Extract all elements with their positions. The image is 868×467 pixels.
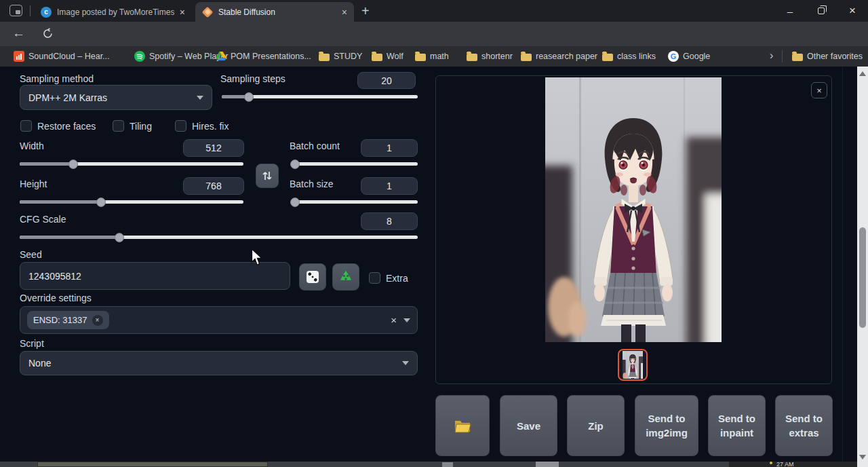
close-window-button[interactable]: ×	[837, 0, 868, 22]
swap-arrows-icon	[262, 170, 272, 181]
batch-size-label: Batch size	[290, 179, 334, 189]
back-button[interactable]: ←	[12, 26, 25, 41]
sampling-method-dropdown[interactable]: DPM++ 2M Karras	[20, 85, 212, 110]
bookmark-pom-presentations[interactable]: POM Presentations...	[216, 46, 311, 67]
batch-count-slider[interactable]	[291, 162, 418, 166]
bookmark-folder-wolf[interactable]: Wolf	[372, 46, 403, 67]
slider-handle[interactable]	[290, 198, 300, 207]
folder-icon	[602, 54, 613, 61]
bookmark-folder-study[interactable]: STUDY	[319, 46, 362, 67]
minimize-button[interactable]: –	[774, 0, 806, 22]
zip-button[interactable]: Zip	[567, 395, 625, 456]
folder-icon	[467, 54, 477, 61]
height-slider[interactable]	[20, 200, 243, 204]
tab1-favicon: c	[41, 7, 52, 18]
bookmark-folder-math[interactable]: math	[415, 46, 449, 67]
height-input[interactable]: 768	[183, 177, 244, 195]
override-chip[interactable]: ENSD: 31337×	[27, 311, 109, 329]
reuse-seed-button[interactable]	[332, 263, 359, 291]
dice-icon	[307, 271, 319, 283]
chevron-down-icon[interactable]	[403, 318, 410, 322]
spotify-icon	[134, 51, 145, 62]
tab-stable-diffusion[interactable]: Stable Diffusion ×	[195, 2, 354, 22]
bookmarks-bar: SoundCloud – Hear... Spotify – Web Playe…	[0, 46, 868, 67]
bookmark-folder-shortenr[interactable]: shortenr	[467, 46, 513, 67]
slider-handle[interactable]	[290, 160, 300, 169]
send-to-img2img-button[interactable]: Send to img2img	[635, 395, 698, 456]
slider-handle[interactable]	[96, 198, 106, 207]
bookmark-folder-class-links[interactable]: class links	[602, 46, 656, 67]
scroll-up-icon[interactable]	[859, 71, 866, 76]
batch-count-label: Batch count	[290, 141, 340, 151]
google-drive-icon	[216, 51, 226, 62]
scroll-down-icon[interactable]	[859, 455, 866, 460]
taskbar-clock: 27 AM	[776, 462, 794, 467]
tab2-close-icon[interactable]: ×	[342, 7, 347, 17]
tab2-title: Stable Diffusion	[218, 7, 336, 17]
batch-size-input[interactable]: 1	[361, 177, 418, 195]
seed-label: Seed	[20, 249, 42, 260]
refresh-button[interactable]	[42, 28, 54, 42]
batch-size-slider[interactable]	[291, 200, 418, 204]
override-settings-box[interactable]: ENSD: 31337× ×	[20, 306, 418, 334]
close-gallery-button[interactable]: ×	[811, 82, 827, 98]
bookmark-spotify[interactable]: Spotify – Web Player	[134, 46, 229, 67]
width-slider[interactable]	[20, 162, 243, 166]
clear-all-icon[interactable]: ×	[391, 314, 397, 326]
scrollbar-thumb[interactable]	[859, 227, 866, 328]
send-to-extras-button[interactable]: Send to extras	[775, 395, 833, 456]
slider-handle[interactable]	[244, 92, 254, 102]
sampling-steps-input[interactable]: 20	[357, 72, 416, 89]
gallery-thumbnail[interactable]	[618, 349, 648, 381]
app-window: c Image posted by TwoMoreTimes × Stable …	[0, 0, 868, 467]
taskbar-sliver: 27 AM	[0, 462, 857, 467]
sampling-method-label: Sampling method	[20, 73, 94, 84]
bookmark-folder-reasearch-paper[interactable]: reasearch paper	[521, 46, 597, 67]
batch-count-input[interactable]: 1	[361, 139, 418, 157]
taskbar-search-box[interactable]	[37, 462, 268, 467]
width-label: Width	[20, 141, 44, 151]
save-button[interactable]: Save	[500, 395, 557, 456]
tab-image-posted[interactable]: c Image posted by TwoMoreTimes ×	[34, 2, 192, 22]
chevron-down-icon	[197, 96, 203, 100]
tiling-checkbox[interactable]: Tiling	[113, 120, 152, 132]
restore-button[interactable]	[806, 0, 837, 22]
width-input[interactable]: 512	[183, 139, 244, 157]
soundcloud-icon	[14, 51, 24, 62]
cfg-scale-slider[interactable]	[20, 236, 418, 239]
script-dropdown[interactable]: None	[20, 351, 418, 375]
other-favorites[interactable]: Other favorites	[792, 46, 863, 67]
tab1-close-icon[interactable]: ×	[180, 7, 185, 17]
extra-checkbox[interactable]: Extra	[369, 272, 408, 284]
bookmark-soundcloud[interactable]: SoundCloud – Hear...	[14, 46, 110, 67]
bookmarks-overflow-chevron[interactable]: ›	[770, 50, 773, 62]
slider-handle[interactable]	[115, 233, 124, 242]
folder-icon	[415, 54, 426, 61]
hires-fix-checkbox[interactable]: Hires. fix	[175, 120, 229, 132]
tray-notification-icon	[770, 462, 772, 464]
page-scrollbar[interactable]	[857, 67, 868, 467]
taskbar-app-icon[interactable]	[442, 462, 453, 467]
taskbar-open-app[interactable]	[536, 462, 559, 467]
tab1-title: Image posted by TwoMoreTimes	[57, 7, 174, 17]
folder-icon	[521, 54, 532, 61]
folder-icon	[372, 54, 382, 61]
random-seed-button[interactable]	[299, 263, 326, 291]
chip-remove-icon[interactable]: ×	[92, 315, 103, 326]
slider-handle[interactable]	[68, 160, 78, 169]
cfg-scale-input[interactable]: 8	[361, 212, 418, 230]
restore-faces-checkbox[interactable]: Restore faces	[20, 120, 96, 132]
sampling-steps-slider[interactable]	[222, 95, 418, 98]
generated-image[interactable]	[545, 77, 722, 342]
tab-divider	[30, 5, 31, 16]
new-tab-button[interactable]: +	[361, 3, 370, 19]
seed-input[interactable]: 1243095812	[20, 262, 290, 290]
browser-titlebar: c Image posted by TwoMoreTimes × Stable …	[0, 0, 868, 22]
bookmark-google[interactable]: G Google	[668, 46, 710, 67]
folder-icon	[319, 54, 330, 61]
bookmarks-divider	[782, 50, 783, 62]
open-folder-button[interactable]	[435, 395, 490, 456]
swap-dimensions-button[interactable]	[256, 164, 279, 188]
workspaces-icon[interactable]	[9, 5, 22, 16]
send-to-inpaint-button[interactable]: Send to inpaint	[708, 395, 766, 456]
